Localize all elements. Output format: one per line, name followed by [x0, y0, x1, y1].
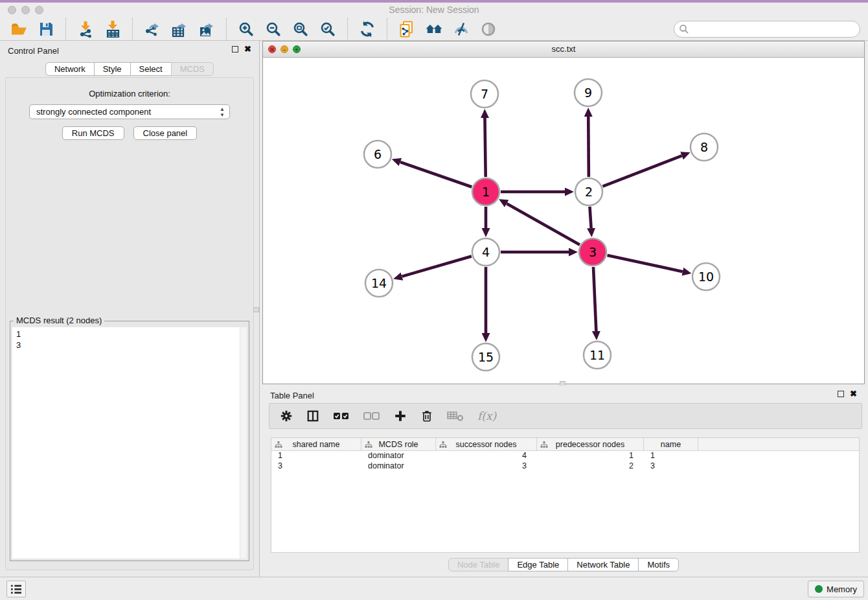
- graph-node-label: 6: [374, 147, 382, 161]
- table-row[interactable]: 1dominator411: [271, 451, 859, 461]
- table-cell: dominator: [361, 461, 436, 472]
- main-toolbar: [0, 18, 868, 41]
- graph-edge-1-6[interactable]: [400, 162, 472, 187]
- column-header-predecessor-nodes[interactable]: predecessor nodes: [537, 438, 644, 450]
- tab-select[interactable]: Select: [130, 62, 172, 76]
- graph-edge-2-9[interactable]: [588, 117, 589, 177]
- delete-column-icon: [447, 410, 464, 422]
- table-header-row: shared nameMCDS rolesuccessor nodesprede…: [271, 438, 859, 451]
- columns-icon[interactable]: [306, 410, 319, 422]
- graph-edge-3-1[interactable]: [507, 203, 580, 245]
- tab-edge-table[interactable]: Edge Table: [508, 558, 568, 571]
- network-view-window: ✕ − + scc.txt 7968124314101511: [262, 41, 865, 384]
- tab-motifs[interactable]: Motifs: [638, 558, 679, 571]
- tab-node-table[interactable]: Node Table: [448, 558, 509, 571]
- toolbar-separator: [226, 18, 227, 40]
- tab-network-table[interactable]: Network Table: [567, 558, 639, 571]
- table-cell: 1: [537, 451, 644, 461]
- criterion-dropdown[interactable]: strongly connected component ▲▼: [29, 104, 230, 119]
- zoom-fit-icon[interactable]: [289, 19, 312, 39]
- scrollbar[interactable]: [240, 327, 247, 559]
- table-cell: 1: [644, 451, 698, 461]
- graph-node-label: 15: [478, 350, 494, 364]
- export-image-icon[interactable]: [195, 19, 218, 39]
- export-network-icon[interactable]: [141, 19, 164, 39]
- app-titlebar: Session: New Session: [0, 3, 868, 18]
- tab-style[interactable]: Style: [94, 62, 131, 76]
- graph-edge-4-14[interactable]: [402, 256, 472, 276]
- hide-graphics-icon[interactable]: [450, 19, 473, 39]
- first-neighbors-icon[interactable]: [422, 19, 446, 39]
- duplicate-network-icon[interactable]: [395, 19, 418, 39]
- search-icon: [679, 24, 689, 34]
- float-panel-icon[interactable]: [838, 391, 844, 397]
- import-network-icon[interactable]: [74, 19, 97, 39]
- table-cell: 3: [644, 461, 698, 472]
- close-panel-button[interactable]: Close panel: [133, 126, 198, 140]
- column-header-name[interactable]: name: [644, 438, 698, 450]
- zoom-out-icon[interactable]: [262, 19, 285, 39]
- task-history-button[interactable]: [6, 581, 26, 597]
- save-session-icon[interactable]: [34, 19, 58, 39]
- run-mcds-button[interactable]: Run MCDS: [62, 126, 124, 140]
- close-panel-icon[interactable]: ✖: [850, 391, 857, 397]
- table-panel-tabs: Node TableEdge TableNetwork TableMotifs: [262, 558, 865, 571]
- tab-mcds[interactable]: MCDS: [171, 62, 214, 76]
- zoom-in-icon[interactable]: [234, 19, 258, 39]
- import-table-icon[interactable]: [101, 19, 124, 39]
- toolbar-separator: [65, 18, 66, 40]
- network-window-titlebar[interactable]: ✕ − + scc.txt: [263, 41, 864, 58]
- float-panel-icon[interactable]: [232, 46, 238, 52]
- column-header-shared-name[interactable]: shared name: [271, 438, 361, 450]
- deselect-all-icon[interactable]: [363, 411, 380, 421]
- show-graphics-icon[interactable]: [477, 19, 500, 39]
- graph-edge-3-10[interactable]: [607, 255, 682, 271]
- function-builder-icon: f(x): [477, 410, 496, 422]
- close-panel-icon[interactable]: ✖: [244, 46, 251, 52]
- delete-row-icon[interactable]: [420, 410, 433, 422]
- select-all-icon[interactable]: [333, 411, 350, 421]
- graph-node-label: 9: [584, 86, 592, 100]
- apply-layout-icon[interactable]: [356, 19, 379, 39]
- open-session-icon[interactable]: [7, 19, 30, 39]
- memory-button[interactable]: Memory: [808, 581, 864, 597]
- column-header-label: successor nodes: [456, 440, 517, 449]
- criterion-value: strongly connected component: [36, 107, 151, 117]
- list-icon: [10, 584, 23, 594]
- search-input[interactable]: [674, 21, 860, 38]
- gear-icon[interactable]: [280, 410, 293, 422]
- column-header-label: name: [661, 440, 681, 449]
- table-body: 1dominator4113dominator323: [271, 451, 859, 472]
- mcds-result-text[interactable]: 13: [12, 327, 247, 559]
- graph-node-label: 11: [589, 348, 605, 362]
- vertical-splitter-handle[interactable]: [253, 307, 259, 312]
- graph-edge-3-11[interactable]: [593, 267, 596, 331]
- control-panel-title: Control Panel: [8, 46, 59, 56]
- table-cell: dominator: [361, 451, 436, 461]
- toolbar-separator: [387, 18, 387, 40]
- table-cell: 3: [436, 461, 537, 472]
- dropdown-stepper-icon: ▲▼: [220, 106, 225, 118]
- status-bar: Memory: [0, 577, 868, 600]
- graph-node-label: 3: [589, 245, 597, 259]
- graph-node-label: 10: [698, 270, 714, 284]
- mcds-result-group: MCDS result (2 nodes) 13: [10, 321, 249, 561]
- graph-edge-2-3[interactable]: [589, 207, 591, 228]
- column-header-successor-nodes[interactable]: successor nodes: [436, 438, 537, 450]
- table-toolbar: f(x): [269, 403, 862, 429]
- optimization-label: Optimization criterion:: [6, 89, 253, 98]
- mcds-result-title: MCDS result (2 nodes): [14, 316, 104, 325]
- tab-network[interactable]: Network: [45, 62, 95, 76]
- mcds-result-line: 1: [16, 329, 243, 340]
- table-row[interactable]: 3dominator323: [271, 461, 859, 472]
- graph-node-label: 2: [585, 185, 593, 199]
- zoom-selected-icon[interactable]: [316, 19, 339, 39]
- graph-edge-1-7[interactable]: [485, 118, 485, 177]
- add-column-icon[interactable]: [394, 410, 407, 422]
- graph-edge-2-8[interactable]: [602, 156, 681, 186]
- export-table-icon[interactable]: [168, 19, 191, 39]
- node-table: shared nameMCDS rolesuccessor nodesprede…: [271, 437, 860, 553]
- table-cell: 4: [436, 451, 537, 461]
- column-header-mcds-role[interactable]: MCDS role: [361, 438, 436, 450]
- network-canvas[interactable]: 7968124314101511: [263, 58, 864, 384]
